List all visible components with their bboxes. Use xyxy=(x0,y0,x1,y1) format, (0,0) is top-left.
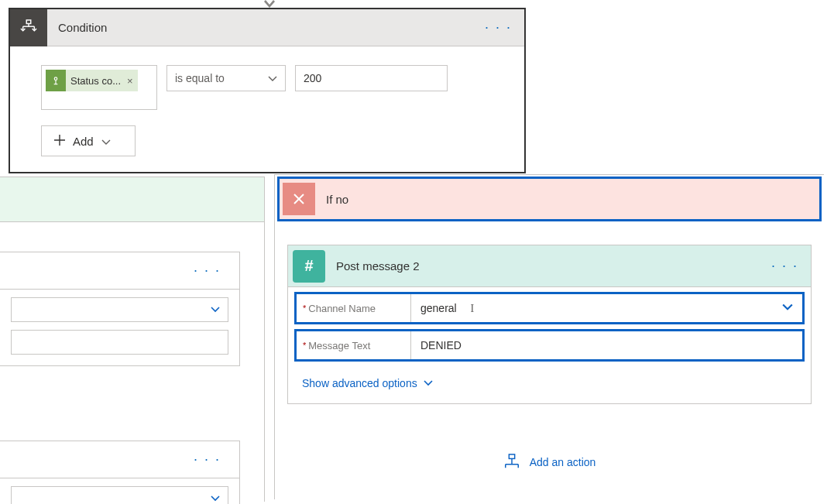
if-yes-action-card-2[interactable]: · · · xyxy=(0,441,240,504)
plus-icon xyxy=(54,135,65,148)
message-text-value: DENIED xyxy=(420,339,462,351)
if-yes-action-card-1[interactable]: · · · xyxy=(0,252,240,366)
if-yes-header[interactable] xyxy=(0,177,264,222)
condition-card-header[interactable]: Condition · · · xyxy=(10,9,524,46)
condition-value-input[interactable] xyxy=(295,65,448,91)
svg-point-5 xyxy=(54,77,57,81)
card-menu-button[interactable]: · · · xyxy=(181,262,233,279)
svg-rect-8 xyxy=(509,454,514,459)
show-advanced-options[interactable]: Show advanced options xyxy=(288,366,811,403)
dynamic-token-status-code[interactable]: Status co... × xyxy=(46,70,138,91)
token-remove-button[interactable]: × xyxy=(125,75,138,87)
condition-menu-button[interactable]: · · · xyxy=(472,19,524,36)
add-action-label: Add an action xyxy=(530,456,596,468)
if-yes-branch: · · · · · · xyxy=(0,177,265,502)
channel-name-row: * Channel Name general I xyxy=(294,292,805,324)
condition-title: Condition xyxy=(47,21,472,34)
if-no-label: If no xyxy=(315,193,348,206)
chevron-down-icon xyxy=(268,74,277,83)
condition-left-operand[interactable]: Status co... × xyxy=(41,65,157,110)
token-label: Status co... xyxy=(66,75,125,87)
add-an-action-button[interactable]: Add an action xyxy=(275,454,824,471)
chevron-down-icon xyxy=(424,379,433,388)
svg-rect-0 xyxy=(26,19,31,23)
condition-card: Condition · · · Status co... × xyxy=(9,8,526,173)
slack-hash-icon: # xyxy=(293,250,325,283)
condition-body: Status co... × is equal to Add xyxy=(10,46,524,172)
field-dropdown[interactable] xyxy=(11,297,228,322)
required-asterisk: * xyxy=(303,341,306,350)
message-text-label: * Message Text xyxy=(297,331,411,359)
add-label: Add xyxy=(73,135,94,148)
card-menu-button[interactable]: · · · xyxy=(181,451,233,468)
condition-icon xyxy=(10,9,47,46)
if-no-branch: If no # Post message 2 · · · * Channel N… xyxy=(274,174,824,499)
operator-value: is equal to xyxy=(175,72,225,84)
post-message-menu-button[interactable]: · · · xyxy=(759,258,811,274)
field-input[interactable] xyxy=(11,330,228,355)
post-message-card: # Post message 2 · · · * Channel Name ge… xyxy=(287,245,812,404)
chevron-down-icon xyxy=(782,302,793,315)
text-cursor-icon: I xyxy=(471,303,475,315)
required-asterisk: * xyxy=(303,303,306,313)
token-source-icon xyxy=(46,70,66,91)
field-dropdown[interactable] xyxy=(11,486,228,504)
condition-expression-row: Status co... × is equal to xyxy=(41,65,493,110)
if-no-header[interactable]: If no xyxy=(277,177,822,221)
channel-name-select[interactable]: general I xyxy=(411,294,802,322)
add-condition-button[interactable]: Add xyxy=(41,125,136,156)
message-text-input[interactable]: DENIED xyxy=(411,331,802,359)
add-action-icon xyxy=(503,454,520,471)
channel-name-value: general xyxy=(420,302,457,314)
post-message-header[interactable]: # Post message 2 · · · xyxy=(288,245,811,287)
chevron-down-icon xyxy=(101,136,111,146)
post-message-title: Post message 2 xyxy=(325,259,759,273)
channel-name-label: * Channel Name xyxy=(297,294,411,322)
flow-connector-top xyxy=(263,0,276,8)
condition-operator-select[interactable]: is equal to xyxy=(166,65,286,91)
message-text-row: * Message Text DENIED xyxy=(294,329,805,362)
close-icon xyxy=(283,183,315,215)
